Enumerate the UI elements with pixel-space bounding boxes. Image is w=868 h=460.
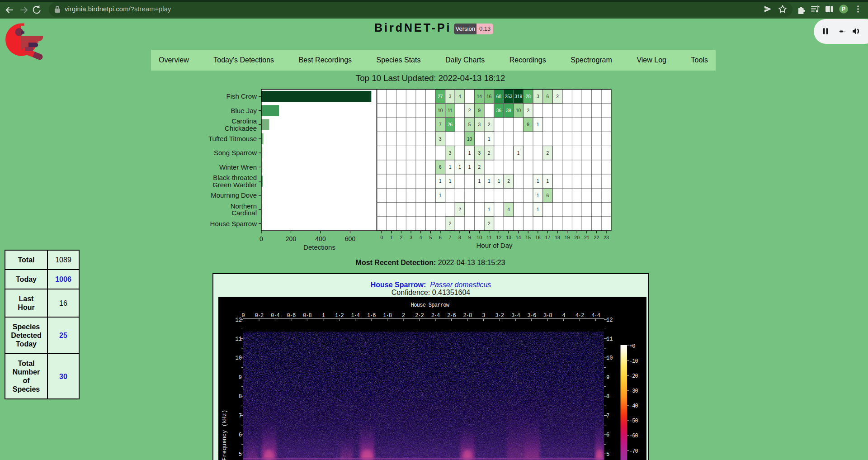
- svg-text:27: 27: [438, 94, 443, 99]
- svg-text:10: 10: [236, 355, 242, 361]
- svg-text:P: P: [842, 6, 845, 12]
- svg-text:0·8: 0·8: [303, 313, 311, 319]
- svg-text:Fish Crow: Fish Crow: [226, 92, 257, 100]
- svg-text:-60: -60: [629, 433, 638, 439]
- svg-text:7: 7: [449, 235, 452, 240]
- svg-text:3: 3: [439, 137, 442, 142]
- svg-text:18: 18: [555, 235, 560, 240]
- svg-text:19: 19: [565, 235, 570, 240]
- svg-text:House Sparrow: House Sparrow: [411, 302, 450, 308]
- svg-text:6: 6: [239, 432, 242, 438]
- svg-text:1: 1: [458, 165, 461, 170]
- svg-text:2: 2: [458, 207, 461, 212]
- svg-text:4·2: 4·2: [576, 313, 584, 319]
- svg-text:3·8: 3·8: [543, 313, 552, 319]
- svg-text:3: 3: [478, 122, 481, 127]
- svg-text:7: 7: [239, 413, 242, 419]
- svg-text:10: 10: [476, 235, 482, 240]
- svg-text:Tufted Titmouse: Tufted Titmouse: [208, 135, 257, 142]
- svg-text:Cardinal: Cardinal: [231, 209, 257, 217]
- svg-text:2: 2: [527, 108, 529, 113]
- svg-text:0: 0: [241, 313, 245, 319]
- svg-text:-70: -70: [629, 448, 638, 455]
- svg-text:10: 10: [606, 355, 613, 361]
- svg-text:+0: +0: [629, 343, 635, 350]
- svg-text:14: 14: [516, 235, 521, 240]
- svg-text:12: 12: [606, 317, 613, 323]
- svg-text:319: 319: [514, 94, 522, 99]
- svg-text:8: 8: [606, 394, 609, 400]
- svg-text:0: 0: [259, 235, 263, 242]
- svg-text:1: 1: [449, 179, 452, 184]
- svg-text:0·4: 0·4: [271, 313, 279, 319]
- svg-text:26: 26: [448, 122, 453, 127]
- svg-text:9: 9: [606, 375, 609, 381]
- svg-text:1: 1: [498, 179, 500, 184]
- svg-text:2: 2: [468, 108, 471, 113]
- svg-text:-50: -50: [629, 418, 638, 424]
- svg-text:10: 10: [516, 108, 521, 113]
- svg-text:1: 1: [537, 179, 539, 184]
- svg-text:-20: -20: [629, 373, 638, 379]
- svg-text:Winter Wren: Winter Wren: [219, 163, 257, 171]
- svg-text:10: 10: [438, 108, 443, 113]
- svg-text:22: 22: [594, 235, 599, 240]
- svg-text:Mourning Dove: Mourning Dove: [211, 191, 257, 199]
- svg-text:1: 1: [322, 313, 325, 319]
- svg-text:600: 600: [345, 235, 356, 242]
- svg-text:2: 2: [449, 221, 452, 226]
- svg-text:1: 1: [439, 179, 442, 184]
- svg-text:3: 3: [449, 151, 452, 156]
- svg-text:5: 5: [429, 235, 432, 240]
- svg-text:2·6: 2·6: [447, 313, 456, 319]
- svg-text:5: 5: [606, 451, 609, 458]
- svg-text:1: 1: [478, 179, 481, 184]
- svg-text:1: 1: [517, 151, 520, 156]
- svg-text:1·4: 1·4: [351, 313, 359, 319]
- svg-text:6: 6: [439, 165, 442, 170]
- svg-text:7: 7: [606, 413, 609, 419]
- svg-text:0·6: 0·6: [287, 313, 296, 319]
- svg-text:2: 2: [400, 235, 403, 240]
- svg-text:2·8: 2·8: [463, 313, 472, 319]
- svg-text:5: 5: [468, 122, 471, 127]
- svg-text:0: 0: [380, 235, 383, 240]
- svg-text:15: 15: [525, 235, 531, 240]
- svg-text:Black-throated: Black-throated: [213, 174, 257, 181]
- svg-text:9: 9: [527, 122, 529, 127]
- svg-text:4·4: 4·4: [591, 313, 600, 319]
- svg-text:9: 9: [468, 235, 471, 240]
- svg-text:11: 11: [448, 108, 453, 113]
- svg-text:6: 6: [439, 235, 442, 240]
- svg-text:6: 6: [547, 193, 549, 198]
- svg-text:2: 2: [402, 313, 405, 319]
- svg-text:9: 9: [478, 108, 481, 113]
- svg-text:4: 4: [420, 235, 422, 240]
- svg-text:2: 2: [507, 179, 510, 184]
- svg-text:Detections: Detections: [303, 243, 335, 251]
- svg-text:1: 1: [439, 193, 442, 198]
- svg-text:4: 4: [458, 94, 461, 99]
- svg-text:400: 400: [315, 235, 326, 242]
- svg-text:253: 253: [505, 94, 513, 99]
- svg-text:1: 1: [547, 179, 549, 184]
- svg-text:1: 1: [488, 179, 491, 184]
- svg-text:3: 3: [449, 94, 452, 99]
- svg-text:36: 36: [496, 108, 502, 113]
- svg-text:-40: -40: [629, 403, 638, 409]
- svg-text:7: 7: [439, 122, 442, 127]
- svg-text:6: 6: [606, 432, 609, 438]
- svg-text:Frequency (kHz): Frequency (kHz): [222, 410, 228, 460]
- svg-text:1·8: 1·8: [383, 313, 392, 319]
- svg-text:1: 1: [537, 122, 539, 127]
- svg-text:28: 28: [526, 94, 531, 99]
- svg-text:2: 2: [556, 94, 559, 99]
- svg-text:10: 10: [467, 137, 472, 142]
- svg-text:Blue Jay: Blue Jay: [231, 107, 257, 114]
- svg-text:23: 23: [604, 235, 609, 240]
- svg-text:3·4: 3·4: [511, 313, 520, 319]
- svg-text:3·2: 3·2: [495, 313, 504, 319]
- svg-text:1: 1: [449, 165, 452, 170]
- svg-text:2·2: 2·2: [415, 313, 424, 319]
- svg-text:House Sparrow: House Sparrow: [210, 220, 257, 228]
